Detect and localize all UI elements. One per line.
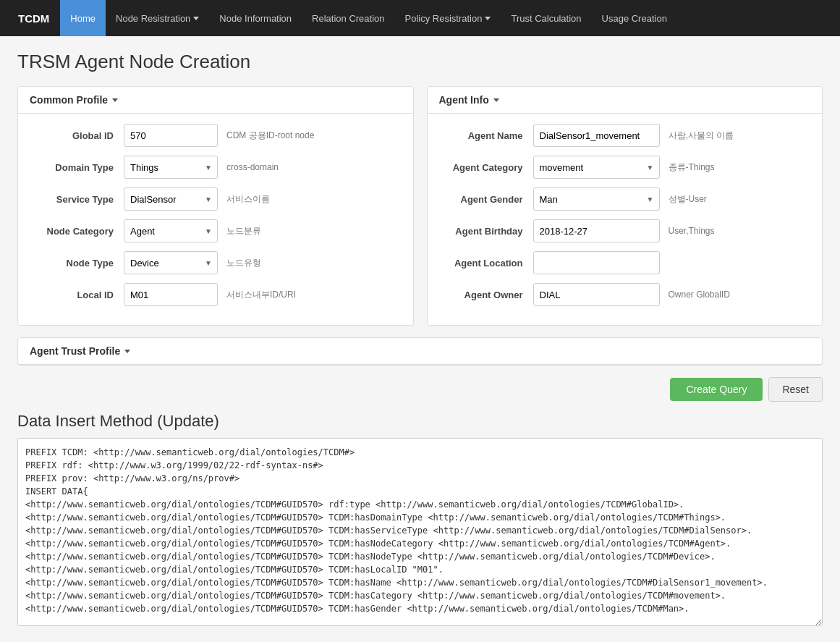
agent-category-row: Agent Category movement cat1 ▼ 종류-Things	[439, 156, 811, 179]
node-category-hint: 노드분류	[226, 225, 261, 237]
agent-owner-label: Agent Owner	[439, 290, 533, 300]
agent-info-body: Agent Name 사람,사물의 이름 Agent Category move…	[428, 114, 823, 325]
service-type-row: Service Type DialSensor Service1 ▼ 서비스이름	[30, 187, 402, 211]
agent-category-wrap: movement cat1 ▼	[533, 156, 660, 179]
cards-row: Common Profile Global ID CDM 공용ID-root n…	[17, 86, 823, 326]
agent-owner-hint: Owner GlobalID	[669, 290, 730, 300]
agent-gender-hint: 성별-User	[669, 193, 707, 206]
agent-name-row: Agent Name 사람,사물의 이름	[439, 124, 811, 147]
domain-type-label: Domain Type	[30, 162, 124, 173]
global-id-row: Global ID CDM 공용ID-root node	[30, 124, 402, 147]
navbar: TCDM Home Node Resistration Node Informa…	[0, 0, 840, 36]
agent-category-hint: 종류-Things	[669, 161, 715, 174]
agent-gender-row: Agent Gender Man Woman Unknown ▼ 성별-User	[439, 187, 811, 211]
agent-category-label: Agent Category	[439, 162, 533, 173]
service-type-label: Service Type	[30, 194, 124, 205]
service-type-wrap: DialSensor Service1 ▼	[124, 187, 218, 211]
node-type-wrap: Device Type1 ▼	[124, 251, 218, 274]
agent-gender-wrap: Man Woman Unknown ▼	[533, 187, 660, 211]
agent-trust-title: Agent Trust Profile	[30, 345, 120, 357]
local-id-hint: 서비스내부ID/URI	[226, 289, 296, 301]
data-section-title: Data Insert Method (Update)	[17, 412, 823, 431]
agent-trust-header[interactable]: Agent Trust Profile	[18, 338, 822, 365]
page-title: TRSM Agent Node Creation	[17, 51, 823, 73]
node-type-row: Node Type Device Type1 ▼ 노드유형	[30, 251, 402, 274]
agent-name-input[interactable]	[533, 124, 660, 147]
agent-owner-row: Agent Owner Owner GlobalID	[439, 283, 811, 306]
nav-relation-creation[interactable]: Relation Creation	[302, 0, 394, 36]
agent-birthday-hint: User,Things	[669, 226, 715, 236]
domain-type-wrap: Things Person Device ▼	[124, 156, 218, 179]
reset-button[interactable]: Reset	[768, 377, 823, 402]
nav-node-registration[interactable]: Node Resistration	[106, 0, 209, 36]
agent-gender-label: Agent Gender	[439, 194, 533, 205]
agent-birthday-input[interactable]	[533, 219, 660, 242]
global-id-label: Global ID	[30, 130, 124, 141]
brand-logo: TCDM	[7, 12, 60, 25]
common-profile-header[interactable]: Common Profile	[18, 87, 413, 114]
local-id-input[interactable]	[124, 283, 218, 306]
agent-location-label: Agent Location	[439, 258, 533, 269]
nav-node-registration-caret	[193, 17, 199, 20]
agent-category-select[interactable]: movement cat1	[533, 156, 660, 179]
node-category-row: Node Category Agent Node1 ▼ 노드분류	[30, 219, 402, 242]
agent-info-card: Agent Info Agent Name 사람,사물의 이름 Agent Ca…	[427, 86, 823, 326]
nav-policy-registration[interactable]: Policy Resistration	[395, 0, 501, 36]
agent-trust-caret	[124, 350, 130, 353]
agent-owner-input[interactable]	[533, 283, 660, 306]
common-profile-card: Common Profile Global ID CDM 공용ID-root n…	[17, 86, 414, 326]
domain-type-select[interactable]: Things Person Device	[124, 156, 218, 179]
nav-home[interactable]: Home	[60, 0, 106, 36]
local-id-row: Local ID 서비스내부ID/URI	[30, 283, 402, 306]
node-type-label: Node Type	[30, 258, 124, 269]
data-textarea[interactable]: PREFIX TCDM: <http://www.semanticweb.org…	[17, 438, 823, 626]
page: TRSM Agent Node Creation Common Profile …	[0, 36, 840, 642]
node-type-hint: 노드유형	[226, 257, 261, 269]
create-query-button[interactable]: Create Query	[670, 378, 763, 401]
agent-info-caret	[493, 98, 499, 102]
nav-node-information[interactable]: Node Information	[209, 0, 302, 36]
service-type-select[interactable]: DialSensor Service1	[124, 187, 218, 211]
nav-policy-caret	[485, 17, 491, 20]
agent-location-row: Agent Location	[439, 251, 811, 274]
agent-info-title: Agent Info	[439, 94, 489, 106]
domain-type-hint: cross-domain	[226, 162, 279, 172]
common-profile-caret	[112, 98, 118, 102]
global-id-hint: CDM 공용ID-root node	[226, 130, 314, 142]
agent-birthday-label: Agent Birthday	[439, 226, 533, 237]
agent-gender-select[interactable]: Man Woman Unknown	[533, 187, 660, 211]
nav-trust-calculation[interactable]: Trust Calculation	[501, 0, 591, 36]
node-category-label: Node Category	[30, 226, 124, 237]
common-profile-title: Common Profile	[30, 94, 108, 106]
domain-type-row: Domain Type Things Person Device ▼ cross…	[30, 156, 402, 179]
agent-name-hint: 사람,사물의 이름	[669, 130, 734, 142]
common-profile-body: Global ID CDM 공용ID-root node Domain Type…	[18, 114, 413, 325]
nav-usage-creation[interactable]: Usage Creation	[592, 0, 677, 36]
agent-birthday-row: Agent Birthday User,Things	[439, 219, 811, 242]
node-category-select[interactable]: Agent Node1	[124, 219, 218, 242]
actions-row: Create Query Reset	[17, 377, 823, 402]
agent-name-label: Agent Name	[439, 130, 533, 141]
agent-trust-card: Agent Trust Profile	[17, 337, 823, 366]
data-textarea-wrapper: PREFIX TCDM: <http://www.semanticweb.org…	[17, 438, 823, 628]
local-id-label: Local ID	[30, 290, 124, 300]
node-category-wrap: Agent Node1 ▼	[124, 219, 218, 242]
global-id-input[interactable]	[124, 124, 218, 147]
node-type-select[interactable]: Device Type1	[124, 251, 218, 274]
agent-info-header[interactable]: Agent Info	[428, 87, 823, 114]
service-type-hint: 서비스이름	[226, 193, 270, 206]
agent-location-input[interactable]	[533, 251, 660, 274]
